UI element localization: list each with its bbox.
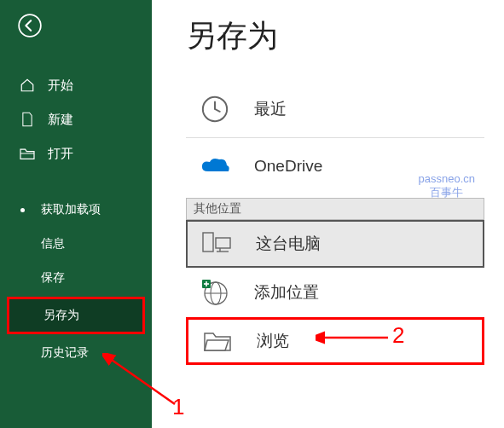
watermark-url: passneo.cn [419,172,476,186]
location-recent[interactable]: 最近 [186,84,484,134]
pc-icon [200,231,234,257]
annotation-number-1: 1 [172,394,184,420]
divider [186,137,484,138]
svg-rect-3 [216,238,230,248]
nav-save[interactable]: 保存 [0,261,152,295]
location-label: 这台电脑 [256,233,321,255]
location-browse[interactable]: 浏览 [186,317,484,365]
nav-label: 新建 [48,112,73,128]
add-place-icon [198,278,232,307]
nav-label: 打开 [48,146,73,162]
location-label: 浏览 [257,330,289,352]
file-new-icon [19,112,36,127]
bullet-icon [20,208,25,212]
main-panel: 另存为 最近 OneDrive 其他位置 这台电脑 添加位置 [152,0,504,428]
nav-info[interactable]: 信息 [0,227,152,261]
home-icon [19,78,36,93]
back-arrow-icon [18,14,42,38]
back-button[interactable] [13,9,47,43]
nav-label: 获取加载项 [41,202,101,217]
nav-open[interactable]: 打开 [0,136,152,171]
onedrive-icon [198,156,232,176]
page-title: 另存为 [186,15,504,57]
nav-label: 保存 [41,270,65,286]
svg-rect-2 [203,233,213,252]
watermark-text: 百事牛 [419,186,476,200]
nav-label: 开始 [48,78,73,94]
location-this-pc[interactable]: 这台电脑 [186,220,484,268]
nav-label: 另存为 [43,308,79,323]
nav-label: 历史记录 [41,345,89,361]
nav-save-as[interactable]: 另存为 [7,297,145,334]
watermark: passneo.cn 百事牛 [419,172,476,199]
sidebar: 开始 新建 打开 获取加载项 信息 保存 另存为 历 [0,0,152,428]
nav-home[interactable]: 开始 [0,68,152,102]
location-label: 添加位置 [254,281,319,304]
nav-history[interactable]: 历史记录 [0,336,152,370]
location-label: 最近 [254,98,287,120]
folder-icon [200,330,235,352]
section-other-locations: 其他位置 [186,198,484,220]
annotation-number-2: 2 [392,322,404,349]
location-label: OneDrive [254,157,322,176]
folder-open-icon [19,147,36,160]
nav-addins[interactable]: 获取加载项 [0,193,152,227]
nav-new[interactable]: 新建 [0,102,152,136]
nav-label: 信息 [41,236,65,252]
svg-point-0 [19,14,41,37]
clock-icon [198,95,232,124]
location-add-place[interactable]: 添加位置 [186,268,484,317]
